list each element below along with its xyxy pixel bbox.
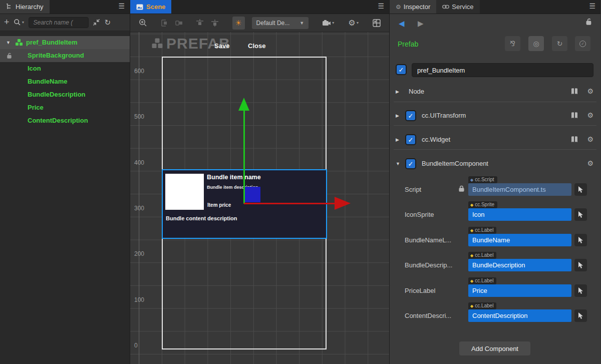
tab-hierarchy[interactable]: Hierarchy: [0, 0, 50, 14]
expander-icon[interactable]: ▶: [396, 89, 399, 94]
tree-item[interactable]: BundleDescription: [0, 88, 130, 101]
gear-icon[interactable]: ⚙: [587, 111, 593, 119]
gizmo-y-arrowhead[interactable]: [238, 98, 249, 111]
zoom-icon[interactable]: [139, 19, 147, 27]
create-node-button[interactable]: +: [4, 17, 10, 28]
gizmo-x-arrowhead[interactable]: [335, 197, 351, 210]
component-enabled-checkbox[interactable]: ✓: [405, 134, 416, 145]
gear-icon[interactable]: ⚙: [587, 159, 593, 167]
expander-icon[interactable]: ▶: [396, 113, 399, 118]
search-filter-caret: ▼: [22, 21, 25, 24]
add-component-button[interactable]: Add Component: [459, 341, 530, 355]
expander-icon[interactable]: ▶: [396, 137, 399, 142]
tree-item-label: BundleDescription: [28, 88, 86, 101]
hierarchy-tabbar: Hierarchy ☰: [0, 0, 130, 14]
prefab-reset-button[interactable]: ↻: [552, 36, 567, 51]
distribute-horizontal-icon[interactable]: [211, 19, 219, 27]
inspector-menu-icon[interactable]: ☰: [589, 2, 595, 10]
pick-reference-button[interactable]: [574, 284, 587, 297]
align-center-icon[interactable]: [175, 20, 183, 27]
search-filter-icon[interactable]: ▼: [14, 19, 25, 26]
tree-item-root[interactable]: ▼ pref_BundleItem: [0, 36, 130, 49]
tree-item[interactable]: BundleName: [0, 75, 130, 88]
preview-item-price: Item price: [207, 202, 231, 208]
prefab-label: Prefab: [398, 40, 418, 48]
tree-item-label: SpriteBackground: [28, 49, 84, 62]
bundlename-field[interactable]: BundleName: [468, 234, 571, 246]
tree-item[interactable]: Icon: [0, 62, 130, 75]
price-field[interactable]: Price: [468, 284, 571, 297]
tree-item[interactable]: Price: [0, 101, 130, 114]
align-left-icon[interactable]: [161, 20, 168, 27]
scene-menu-icon[interactable]: ☰: [378, 2, 384, 10]
scene-viewport[interactable]: 600 500 400 300 200 100 0 PREFAB Save Cl…: [130, 32, 389, 364]
gear-icon: ⚙: [396, 4, 401, 11]
pick-reference-button[interactable]: [574, 234, 587, 246]
prefab-apply-button[interactable]: ✓: [575, 36, 590, 51]
bundledescription-field[interactable]: BundleDescription: [468, 259, 571, 271]
refresh-icon[interactable]: ↻: [104, 18, 111, 27]
section-node[interactable]: ▶ Node ⚙: [394, 86, 596, 98]
docs-icon[interactable]: [570, 136, 578, 143]
script-field[interactable]: BundleItemComponent.ts: [468, 183, 571, 196]
section-label: Node: [409, 88, 424, 95]
gear-icon[interactable]: ⚙: [587, 87, 593, 95]
search-input[interactable]: [29, 17, 89, 28]
inspector-unlock-icon[interactable]: [585, 18, 592, 25]
tab-scene[interactable]: Scene: [130, 0, 171, 14]
resolution-dropdown[interactable]: Default De... ▼: [252, 17, 309, 29]
distribute-vertical-icon[interactable]: [196, 19, 204, 27]
ruler-label: 200: [134, 250, 144, 257]
check-circle-icon: ✓: [579, 41, 586, 47]
unlock-icon[interactable]: [7, 53, 13, 59]
save-button[interactable]: Save: [214, 42, 229, 50]
tab-inspector[interactable]: ⚙ Inspector: [390, 0, 436, 14]
node-name-input[interactable]: [412, 63, 593, 77]
close-button[interactable]: Close: [248, 42, 265, 50]
divider: [394, 102, 596, 102]
contentdescription-field[interactable]: ContentDescription: [468, 309, 571, 322]
inspector-panel: ⚙ Inspector Service ☰ ◀ ▶ Prefab ⅋ ◎ ↻ ✓: [390, 0, 600, 364]
expander-icon[interactable]: ▼: [6, 36, 11, 49]
section-widget[interactable]: ▶ ✓ cc.Widget ⚙: [394, 134, 596, 146]
layout-grid-icon[interactable]: [373, 19, 381, 27]
hierarchy-menu-icon[interactable]: ☰: [118, 2, 125, 10]
prefab-locate-button[interactable]: ◎: [528, 36, 544, 51]
docs-icon[interactable]: [570, 88, 578, 95]
component-enabled-checkbox[interactable]: ✓: [405, 110, 416, 121]
pick-reference-button[interactable]: [574, 309, 587, 322]
scene-settings-gear-icon[interactable]: ⚙ ▼: [348, 18, 359, 28]
history-forward-button[interactable]: ▶: [418, 19, 424, 28]
section-bundleitemcomponent[interactable]: ▼ ✓ BundleItemComponent ⚙: [394, 158, 596, 170]
pick-reference-button[interactable]: [574, 183, 587, 196]
iconsprite-field[interactable]: Icon: [468, 208, 571, 221]
axis-ruler-line: [139, 32, 139, 364]
docs-icon[interactable]: [570, 112, 578, 119]
prop-label-bundlename: BundleNameL...: [405, 236, 451, 244]
component-enabled-checkbox[interactable]: ✓: [405, 158, 416, 169]
prefab-unlink-button[interactable]: ⅋: [505, 36, 520, 51]
ruler-label: 100: [134, 296, 144, 303]
scene-tab-label: Scene: [146, 3, 165, 11]
tree-item[interactable]: SpriteBackground: [0, 49, 130, 62]
ruler-label: 400: [134, 159, 144, 166]
gizmo-xy-handle[interactable]: [245, 187, 260, 202]
gear-icon[interactable]: ⚙: [587, 135, 593, 143]
expander-icon[interactable]: ▼: [396, 161, 400, 166]
scene-tabbar: Scene ☰: [130, 0, 389, 14]
pick-reference-button[interactable]: [574, 259, 587, 271]
history-back-button[interactable]: ◀: [399, 19, 405, 28]
node-active-checkbox[interactable]: ✓: [396, 64, 407, 75]
inspector-tab-label: Inspector: [404, 3, 430, 11]
pick-reference-button[interactable]: [574, 208, 587, 221]
section-uitransform[interactable]: ▶ ✓ cc.UITransform ⚙: [394, 110, 596, 122]
camera-caret: ▼: [332, 21, 335, 25]
camera-icon[interactable]: ▼: [322, 20, 335, 27]
section-label: BundleItemComponent: [422, 160, 488, 167]
lighting-toggle-button[interactable]: ☀: [232, 17, 245, 30]
gizmo-x-axis[interactable]: [244, 203, 335, 204]
tree-item[interactable]: ContentDescription: [0, 114, 130, 127]
image-icon: [136, 4, 143, 10]
collapse-all-icon[interactable]: [93, 19, 100, 26]
tab-service[interactable]: Service: [436, 0, 479, 14]
